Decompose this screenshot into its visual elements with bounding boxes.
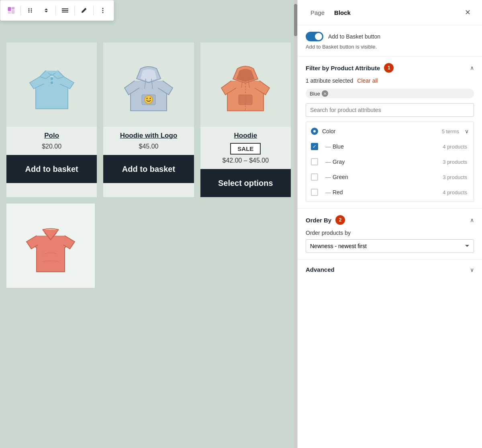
filter-title-row: Filter by Product Attribute 1 (306, 63, 394, 73)
attr-search-input[interactable] (306, 103, 474, 117)
move-up-button[interactable] (39, 3, 54, 18)
gray-count: 3 products (443, 159, 467, 165)
tab-page[interactable]: Page (306, 7, 329, 18)
blue-tag: Blue ✕ (306, 89, 474, 98)
polo-info: Polo $20.00 (6, 127, 97, 155)
products-area: Polo $20.00 Add to basket (0, 36, 297, 294)
hoodie-logo-name: Hoodie with Logo (108, 132, 189, 140)
advanced-section: Advanced ∨ (298, 260, 482, 279)
blue-count: 4 products (443, 144, 467, 150)
filter-title: Filter by Product Attribute (306, 65, 380, 71)
order-title: Order By (306, 217, 331, 224)
scroll-track[interactable] (294, 0, 297, 448)
attr-gray-item[interactable]: Gray 3 products (306, 154, 474, 169)
order-chevron-icon: ∧ (470, 217, 474, 223)
blue-checkbox[interactable] (311, 143, 318, 150)
gray-checkbox[interactable] (311, 158, 318, 165)
product-card-hoodie-pink: Hoodie SALE $42.00 – $45.00 Select optio… (200, 43, 291, 197)
svg-rect-0 (8, 7, 11, 11)
red-name: Red (322, 189, 439, 195)
advanced-title: Advanced (306, 266, 335, 273)
divider-3 (74, 6, 75, 15)
tab-block[interactable]: Block (329, 7, 355, 18)
svg-point-13 (102, 8, 104, 9)
clear-all-link[interactable]: Clear all (357, 77, 378, 84)
svg-point-6 (29, 10, 30, 11)
hoodie-pink-info: Hoodie SALE $42.00 – $45.00 (200, 127, 291, 169)
green-name: Green (322, 174, 439, 180)
align-button[interactable] (57, 3, 73, 18)
hoodie-pink-image (200, 43, 291, 127)
blue-name: Blue (322, 143, 439, 150)
color-chevron-icon[interactable]: ∨ (465, 128, 469, 134)
panel-header: Page Block ✕ (298, 0, 482, 25)
filter-section: Filter by Product Attribute 1 ∧ 1 attrib… (298, 57, 482, 209)
svg-point-16 (51, 78, 53, 79)
hoodie-pink-name: Hoodie (205, 132, 286, 140)
svg-point-4 (29, 8, 30, 10)
svg-rect-2 (12, 10, 14, 14)
svg-point-20 (146, 98, 147, 99)
edit-button[interactable] (76, 3, 92, 18)
order-title-row: Order By 2 (306, 215, 345, 225)
order-section-header[interactable]: Order By 2 ∧ (306, 215, 474, 225)
color-name: Color (322, 128, 438, 134)
product-card-tshirt (6, 204, 95, 288)
left-panel: Polo $20.00 Add to basket (0, 0, 297, 448)
color-count: 5 terms (442, 128, 459, 134)
svg-point-5 (31, 8, 32, 10)
svg-rect-3 (8, 12, 11, 14)
toggle-knob (315, 33, 322, 40)
more-button[interactable] (95, 3, 110, 18)
close-button[interactable]: ✕ (462, 6, 474, 18)
filter-chevron-icon: ∧ (470, 65, 474, 71)
order-select[interactable]: Newness - newest first Price - low to hi… (306, 239, 474, 253)
product-card-polo: Polo $20.00 Add to basket (6, 43, 97, 197)
product-card-hoodie-logo: Hoodie with Logo $45.00 Add to basket (103, 43, 194, 197)
attr-red-item[interactable]: Red 4 products (306, 185, 474, 200)
hoodie-pink-price: $42.00 – $45.00 (205, 157, 286, 164)
svg-point-19 (145, 96, 153, 104)
toggle-section: Add to Basket button Add to Basket butto… (298, 25, 482, 57)
svg-point-21 (149, 98, 151, 99)
toggle-sublabel: Add to Basket button is visible. (306, 44, 474, 50)
polo-name: Polo (11, 132, 92, 140)
toggle-label: Add to Basket button (328, 33, 380, 40)
attr-blue-item[interactable]: Blue 4 products (306, 139, 474, 154)
green-count: 3 products (443, 174, 467, 180)
drag-button[interactable] (22, 3, 38, 18)
hoodie-pink-select-button[interactable]: Select options (200, 169, 291, 197)
style-button[interactable] (4, 3, 19, 18)
blue-tag-label: Blue (310, 91, 320, 97)
toggle-row: Add to Basket button (306, 32, 474, 41)
add-to-basket-toggle[interactable] (306, 32, 323, 41)
attr-color-item[interactable]: Color 5 terms ∨ (306, 124, 474, 139)
red-count: 4 products (443, 189, 467, 195)
right-panel: Page Block ✕ Add to Basket button Add to… (297, 0, 482, 448)
advanced-header[interactable]: Advanced ∨ (306, 266, 474, 273)
attr-count: 1 attribute selected (306, 77, 353, 84)
blue-tag-remove[interactable]: ✕ (322, 90, 328, 97)
svg-point-8 (29, 12, 30, 13)
svg-rect-12 (62, 12, 68, 12)
green-checkbox[interactable] (311, 173, 318, 181)
divider-2 (55, 6, 56, 15)
svg-point-17 (51, 82, 53, 83)
block-toolbar (0, 0, 114, 21)
svg-rect-1 (12, 7, 14, 9)
polo-image (6, 43, 97, 127)
hoodie-logo-add-button[interactable]: Add to basket (103, 155, 194, 183)
hoodie-logo-info: Hoodie with Logo $45.00 (103, 127, 194, 155)
gray-name: Gray (322, 159, 439, 165)
svg-point-9 (31, 12, 32, 13)
attr-list-inner: Color 5 terms ∨ Blue 4 products Gray 3 p… (306, 122, 474, 202)
scroll-thumb[interactable] (294, 4, 297, 36)
polo-add-button[interactable]: Add to basket (6, 155, 97, 183)
tshirt-image (6, 204, 95, 288)
filter-section-header[interactable]: Filter by Product Attribute 1 ∧ (306, 63, 474, 73)
attr-green-item[interactable]: Green 3 products (306, 169, 474, 185)
red-checkbox[interactable] (311, 189, 318, 196)
order-badge: 2 (335, 215, 345, 225)
color-radio[interactable] (311, 128, 318, 135)
order-by-label: Order products by (306, 230, 474, 236)
